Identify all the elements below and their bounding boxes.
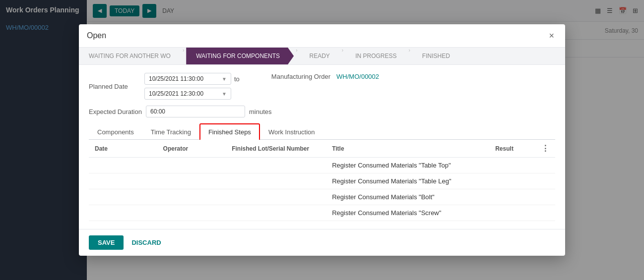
cell-operator-1 xyxy=(157,173,226,189)
tab-components[interactable]: Components xyxy=(89,123,142,140)
cell-result-0 xyxy=(489,158,535,173)
duration-input[interactable] xyxy=(146,106,245,117)
cell-result-1 xyxy=(489,173,535,189)
form-row-duration: Expected Duration minutes xyxy=(89,106,555,117)
save-button[interactable]: SAVE xyxy=(89,235,124,250)
date-end-arrow: ▼ xyxy=(222,91,227,97)
status-in-progress[interactable]: IN PROGRESS xyxy=(345,48,406,64)
cell-title-0: Register Consumed Materials "Table Top" xyxy=(326,158,489,173)
date-start-value: 10/25/2021 11:30:00 xyxy=(149,75,222,82)
planned-date-group: Planned Date 10/25/2021 11:30:00 ▼ to 10… xyxy=(89,73,240,100)
cell-lot-3 xyxy=(226,205,326,221)
status-waiting-components-label: WAITING FOR COMPONENTS xyxy=(196,53,280,59)
cell-title-1: Register Consumed Materials "Table Leg" xyxy=(326,173,489,189)
form-row-dates: Planned Date 10/25/2021 11:30:00 ▼ to 10… xyxy=(89,73,555,100)
col-date: Date xyxy=(89,140,157,158)
status-ready-label: READY xyxy=(309,53,329,59)
tabs-container: Components Time Tracking Finished Steps … xyxy=(89,123,555,140)
finished-steps-table: Date Operator Finished Lot/Serial Number… xyxy=(89,140,555,221)
cell-operator-2 xyxy=(157,189,226,205)
cell-date-2 xyxy=(89,189,157,205)
date-start-arrow: ▼ xyxy=(222,76,227,82)
cell-actions-3 xyxy=(535,205,555,221)
cell-actions-2 xyxy=(535,189,555,205)
chevron-1: › xyxy=(183,48,184,64)
col-operator: Operator xyxy=(157,140,226,158)
mfg-order-label: Manufacturing Order xyxy=(271,73,330,80)
date-start-row: 10/25/2021 11:30:00 ▼ to xyxy=(144,73,240,85)
to-label: to xyxy=(234,75,240,83)
modal-overlay: Open × WAITING FOR ANOTHER WO › WAITING … xyxy=(0,0,644,280)
cell-lot-0 xyxy=(226,158,326,173)
cell-lot-1 xyxy=(226,173,326,189)
table-row: Register Consumed Materials "Table Top" xyxy=(89,158,555,173)
col-title: Title xyxy=(326,140,489,158)
modal-header: Open × xyxy=(79,24,565,48)
status-finished-label: FINISHED xyxy=(422,53,450,59)
date-end-row: 10/25/2021 12:30:00 ▼ xyxy=(144,88,240,100)
status-waiting-another-label: WAITING FOR ANOTHER WO xyxy=(89,53,171,59)
chevron-3: › xyxy=(342,48,343,64)
table-row: Register Consumed Materials "Table Leg" xyxy=(89,173,555,189)
status-bar: WAITING FOR ANOTHER WO › WAITING FOR COM… xyxy=(79,48,565,65)
discard-button[interactable]: DISCARD xyxy=(129,235,163,250)
table-header-row: Date Operator Finished Lot/Serial Number… xyxy=(89,140,555,158)
duration-label: Expected Duration xyxy=(89,108,142,115)
col-actions: ⋮ xyxy=(535,140,555,158)
cell-date-3 xyxy=(89,205,157,221)
chevron-4: › xyxy=(409,48,410,64)
cell-result-2 xyxy=(489,189,535,205)
date-end-input[interactable]: 10/25/2021 12:30:00 ▼ xyxy=(144,88,231,100)
modal-dialog: Open × WAITING FOR ANOTHER WO › WAITING … xyxy=(79,24,565,256)
table-body: Register Consumed Materials "Table Top" … xyxy=(89,158,555,221)
mfg-order-group: Manufacturing Order WH/MO/00002 xyxy=(271,73,379,80)
tab-finished-steps[interactable]: Finished Steps xyxy=(199,123,260,140)
modal-body: Planned Date 10/25/2021 11:30:00 ▼ to 10… xyxy=(79,65,565,229)
cell-operator-0 xyxy=(157,158,226,173)
status-ready[interactable]: READY xyxy=(299,48,339,64)
status-waiting-another[interactable]: WAITING FOR ANOTHER WO xyxy=(79,48,181,64)
col-result: Result xyxy=(489,140,535,158)
modal-footer: SAVE DISCARD xyxy=(79,229,565,256)
status-waiting-components[interactable]: WAITING FOR COMPONENTS xyxy=(186,48,294,64)
cell-result-3 xyxy=(489,205,535,221)
cell-actions-1 xyxy=(535,173,555,189)
status-in-progress-label: IN PROGRESS xyxy=(355,53,396,59)
chevron-2: › xyxy=(296,48,297,64)
form-dates: 10/25/2021 11:30:00 ▼ to 10/25/2021 12:3… xyxy=(144,73,240,100)
tab-time-tracking[interactable]: Time Tracking xyxy=(142,123,199,140)
status-finished[interactable]: FINISHED xyxy=(412,48,460,64)
table-row: Register Consumed Materials "Bolt" xyxy=(89,189,555,205)
cell-date-1 xyxy=(89,173,157,189)
cell-title-3: Register Consumed Materials "Screw" xyxy=(326,205,489,221)
cell-title-2: Register Consumed Materials "Bolt" xyxy=(326,189,489,205)
cell-operator-3 xyxy=(157,205,226,221)
planned-date-label: Planned Date xyxy=(89,83,138,90)
minutes-label: minutes xyxy=(249,108,272,115)
duration-group: Expected Duration minutes xyxy=(89,106,271,117)
modal-close-button[interactable]: × xyxy=(546,30,557,41)
date-end-value: 10/25/2021 12:30:00 xyxy=(149,90,222,97)
mfg-order-link[interactable]: WH/MO/00002 xyxy=(336,73,379,80)
table-row: Register Consumed Materials "Screw" xyxy=(89,205,555,221)
cell-date-0 xyxy=(89,158,157,173)
modal-title: Open xyxy=(87,31,106,40)
tab-work-instruction[interactable]: Work Instruction xyxy=(260,123,323,140)
col-lot-serial: Finished Lot/Serial Number xyxy=(226,140,326,158)
date-start-input[interactable]: 10/25/2021 11:30:00 ▼ xyxy=(144,73,231,85)
table-menu-icon[interactable]: ⋮ xyxy=(541,144,549,153)
cell-lot-2 xyxy=(226,189,326,205)
cell-actions-0 xyxy=(535,158,555,173)
